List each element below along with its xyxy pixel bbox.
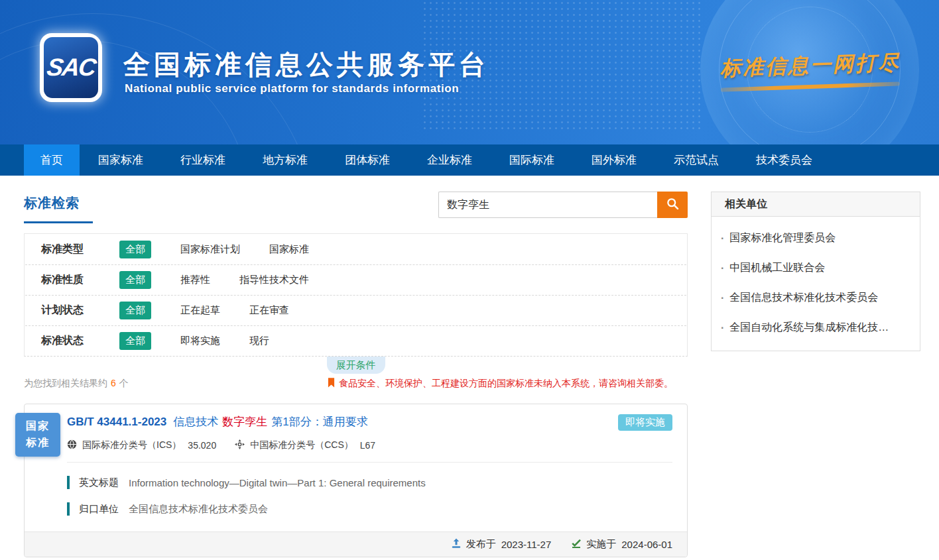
nav-tab-3[interactable]: 地方标准 [244, 144, 326, 176]
nav-tab-2[interactable]: 行业标准 [162, 144, 244, 176]
filter-row-1: 标准性质全部推荐性指导性技术文件 [25, 264, 686, 295]
badge-line1: 国家 [15, 418, 60, 435]
summary-suffix: 个 [119, 378, 129, 388]
related-units-title: 相关单位 [712, 192, 920, 217]
slogan: 标准信息一网打尽 [720, 52, 901, 89]
search-group [438, 192, 688, 218]
nav-tab-1[interactable]: 国家标准 [80, 144, 162, 176]
info-rows: 英文标题Information technology—Digital twin—… [67, 476, 672, 516]
site-title: 全国标准信息公共服务平台 [123, 46, 489, 83]
info-row-0: 英文标题Information technology—Digital twin—… [67, 476, 672, 489]
ics-meta: 国际标准分类号（ICS） 35.020 [67, 439, 216, 451]
search-input[interactable] [438, 192, 657, 218]
badge-line2: 标准 [15, 435, 60, 451]
notice-text: 食品安全、环境保护、工程建设方面的国家标准未纳入本系统，请咨询相关部委。 [339, 378, 673, 390]
main-nav: 首页国家标准行业标准地方标准团体标准企业标准国际标准国外标准示范试点技术委员会 [0, 144, 939, 176]
nav-tab-7[interactable]: 国外标准 [573, 144, 655, 176]
sac-logo[interactable]: SAC [40, 33, 102, 102]
main-column: 标准检索 标准类型全部国家标准计划国家标准标准性质全部推荐性指导性技术文件计划状… [24, 192, 688, 557]
filter-selected-all-button[interactable]: 全部 [119, 271, 151, 289]
content: 标准检索 标准类型全部国家标准计划国家标准标准性质全部推荐性指导性技术文件计划状… [0, 176, 939, 557]
filter-label: 标准状态 [41, 334, 95, 348]
publish-icon [451, 538, 466, 551]
nav-tab-0[interactable]: 首页 [24, 144, 80, 176]
ccs-label: 中国标准分类号（CCS） [250, 439, 353, 451]
bullet-dot: · [721, 262, 724, 274]
bullet-dot: · [721, 322, 724, 334]
implemented-label: 实施于 [586, 538, 616, 551]
related-unit-label: 全国信息技术标准化技术委员会 [729, 291, 878, 305]
status-badge: 即将实施 [618, 414, 672, 431]
info-row-accent-bar [67, 476, 70, 489]
related-units-list: ·国家标准化管理委员会·中国机械工业联合会·全国信息技术标准化技术委员会·全国自… [712, 217, 920, 351]
filter-selected-all-button[interactable]: 全部 [119, 302, 151, 319]
info-row-1: 归口单位全国信息技术标准化技术委员会 [67, 502, 672, 516]
implement-check-icon [571, 538, 586, 551]
implemented-value: 2024-06-01 [621, 539, 672, 550]
nav-tab-6[interactable]: 国际标准 [491, 144, 573, 176]
bullet-dot: · [721, 292, 724, 304]
filter-selected-all-button[interactable]: 全部 [119, 332, 151, 350]
ccs-meta: 中国标准分类号（CCS） L67 [235, 439, 375, 451]
result-summary: 为您找到相关结果约6个 [24, 378, 129, 390]
ccs-value: L67 [360, 440, 375, 451]
filter-option[interactable]: 推荐性 [180, 274, 210, 286]
related-unit-item-2[interactable]: ·全国信息技术标准化技术委员会 [721, 283, 908, 313]
nav-tab-5[interactable]: 企业标准 [408, 144, 491, 176]
filter-option[interactable]: 正在起草 [180, 304, 220, 317]
filter-row-0: 标准类型全部国家标准计划国家标准 [25, 234, 686, 264]
filter-selected-all-button[interactable]: 全部 [119, 241, 151, 258]
result-card: 国家 标准 GB/T 43441.1-2023信息技术数字孪生第1部分：通用要求… [24, 404, 688, 557]
related-unit-item-1[interactable]: ·中国机械工业联合会 [721, 253, 908, 283]
header-banner: SAC 全国标准信息公共服务平台 National public service… [0, 0, 939, 144]
published-value: 2023-11-27 [501, 539, 552, 550]
standard-code[interactable]: GB/T 43441.1-2023 [67, 416, 166, 428]
expand-conditions-button[interactable]: 展开条件 [327, 357, 385, 374]
filter-option[interactable]: 现行 [249, 335, 269, 347]
summary-row: 为您找到相关结果约6个 食品安全、环境保护、工程建设方面的国家标准未纳入本系统，… [24, 378, 688, 390]
info-row-label: 归口单位 [79, 503, 119, 516]
filter-option[interactable]: 即将实施 [180, 335, 220, 347]
related-unit-item-3[interactable]: ·全国自动化系统与集成标准化技… [721, 313, 908, 343]
card-footer: 发布于 2023-11-27 实施于 2024-06-01 [25, 532, 687, 557]
filter-option[interactable]: 正在审查 [249, 304, 289, 317]
nav-tab-4[interactable]: 团体标准 [326, 144, 408, 176]
search-button[interactable] [657, 192, 688, 218]
filter-panel: 标准类型全部国家标准计划国家标准标准性质全部推荐性指导性技术文件计划状态全部正在… [24, 233, 688, 357]
standard-title-link[interactable]: GB/T 43441.1-2023信息技术数字孪生第1部分：通用要求 [67, 414, 368, 429]
title-highlight[interactable]: 数字孪生 [222, 416, 267, 428]
card-body: GB/T 43441.1-2023信息技术数字孪生第1部分：通用要求 即将实施 … [25, 404, 687, 532]
title-part2[interactable]: 第1部分：通用要求 [271, 416, 367, 428]
related-units-panel: 相关单位 ·国家标准化管理委员会·中国机械工业联合会·全国信息技术标准化技术委员… [711, 192, 920, 351]
filter-option[interactable]: 国家标准计划 [180, 243, 240, 256]
summary-prefix: 为您找到相关结果约 [24, 378, 107, 388]
filter-option[interactable]: 指导性技术文件 [239, 274, 309, 286]
filter-row-3: 标准状态全部即将实施现行 [25, 325, 686, 356]
search-row: 标准检索 [24, 192, 688, 223]
related-unit-label: 中国机械工业联合会 [729, 261, 825, 275]
published-label: 发布于 [466, 538, 496, 551]
filter-label: 标准类型 [41, 243, 95, 256]
nav-tab-9[interactable]: 技术委员会 [737, 144, 831, 176]
title-part1[interactable]: 信息技术 [173, 416, 218, 428]
slogan-text: 标准信息一网打尽 [720, 48, 901, 82]
related-unit-item-0[interactable]: ·国家标准化管理委员会 [721, 223, 908, 253]
ics-value: 35.020 [188, 440, 216, 451]
page: SAC 全国标准信息公共服务平台 National public service… [0, 0, 939, 560]
notice: 食品安全、环境保护、工程建设方面的国家标准未纳入本系统，请咨询相关部委。 [328, 378, 673, 390]
related-unit-label: 全国自动化系统与集成标准化技… [729, 321, 889, 335]
related-unit-label: 国家标准化管理委员会 [729, 231, 836, 245]
tab-standard-search[interactable]: 标准检索 [24, 192, 93, 223]
section-title: 标准检索 [24, 194, 93, 212]
filter-option[interactable]: 国家标准 [269, 243, 309, 256]
sac-logo-text: SAC [45, 54, 97, 82]
filter-rows: 标准类型全部国家标准计划国家标准标准性质全部推荐性指导性技术文件计划状态全部正在… [25, 234, 687, 356]
nav-tabs: 首页国家标准行业标准地方标准团体标准企业标准国际标准国外标准示范试点技术委员会 [24, 144, 939, 176]
title-row: GB/T 43441.1-2023信息技术数字孪生第1部分：通用要求 即将实施 [67, 414, 672, 431]
nav-tab-8[interactable]: 示范试点 [655, 144, 737, 176]
compass-icon [235, 439, 250, 451]
info-row-value: 全国信息技术标准化技术委员会 [129, 503, 268, 516]
card-divider [67, 462, 672, 463]
globe-icon [67, 439, 82, 451]
info-row-value: Information technology—Digital twin—Part… [129, 477, 426, 488]
